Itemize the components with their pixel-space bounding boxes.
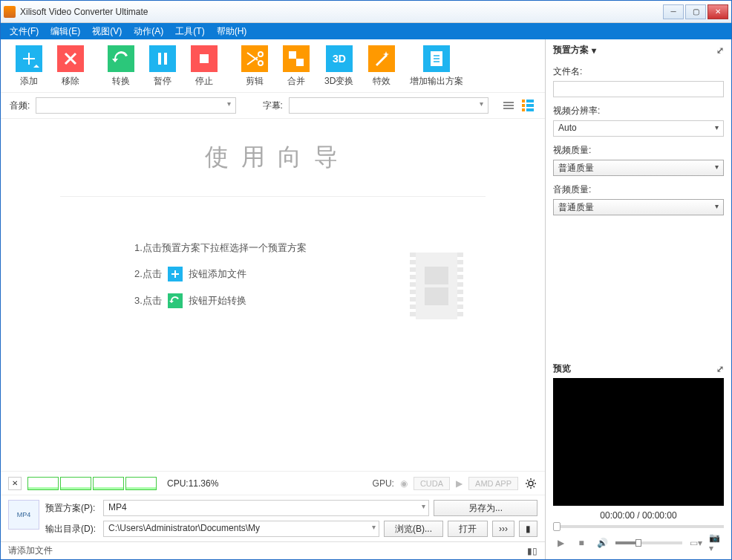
- menu-help[interactable]: 帮助(H): [211, 23, 253, 39]
- progress-slider[interactable]: [553, 525, 724, 528]
- minimize-button[interactable]: ─: [663, 4, 684, 19]
- merge-icon: [283, 45, 310, 72]
- volume-icon[interactable]: 🔊: [595, 535, 610, 550]
- resolution-dropdown[interactable]: Auto: [553, 120, 724, 137]
- nvidia-icon: ◉: [400, 478, 408, 489]
- svg-rect-24: [526, 108, 534, 111]
- dock-button[interactable]: ▮: [519, 521, 537, 537]
- window-title: Xilisoft Video Converter Ultimate: [20, 7, 663, 17]
- play-button[interactable]: ▶: [553, 535, 568, 550]
- svg-rect-22: [526, 104, 534, 107]
- statusbar: 请添加文件 ▮▯: [1, 541, 545, 559]
- close-button[interactable]: ✕: [708, 4, 728, 19]
- file-type-icon: MP4: [8, 500, 39, 530]
- svg-rect-4: [158, 53, 161, 65]
- selectors-row: 音频: 字幕:: [1, 93, 545, 119]
- right-panel: 预置方案 ▾ ⤢ 文件名: 视频分辨率: Auto 视频质量: 普通质量 音频质…: [546, 39, 731, 559]
- output-dropdown[interactable]: C:\Users\Administrator\Documents\My: [103, 521, 379, 537]
- menu-edit[interactable]: 编辑(E): [45, 23, 86, 39]
- expand-icon[interactable]: ⤢: [716, 45, 724, 56]
- toolbar: 添加 移除 转换 暂停 停止: [1, 39, 545, 93]
- threed-button[interactable]: 3D 3D变换: [317, 45, 361, 88]
- cpu-graph: [27, 477, 157, 490]
- menu-view[interactable]: 视图(V): [86, 23, 128, 39]
- svg-rect-7: [200, 54, 209, 63]
- svg-rect-12: [289, 51, 296, 59]
- grid-view-button[interactable]: [520, 97, 536, 114]
- profile-dropdown[interactable]: MP4: [103, 500, 429, 516]
- threed-icon: 3D: [326, 45, 353, 72]
- wizard-step-1: 1.点击预置方案下拉框选择一个预置方案: [134, 241, 530, 255]
- menu-action[interactable]: 动作(A): [128, 23, 169, 39]
- preview-header: 预览 ⤢: [553, 359, 724, 378]
- wizard-step-2: 2.点击 按钮添加文件: [134, 267, 530, 281]
- cut-button[interactable]: 剪辑: [234, 45, 275, 88]
- maximize-button[interactable]: ▢: [685, 4, 706, 19]
- list-view-button[interactable]: [500, 97, 517, 114]
- filename-label: 文件名:: [553, 65, 724, 78]
- snapshot-button[interactable]: 📷▾: [709, 535, 724, 550]
- svg-rect-23: [522, 108, 525, 111]
- svg-text:3D: 3D: [333, 53, 346, 65]
- chevron-down-icon[interactable]: ▾: [592, 45, 596, 56]
- stop-icon: [191, 45, 218, 72]
- menu-tools[interactable]: 工具(T): [169, 23, 210, 39]
- grid-icon: [522, 100, 534, 111]
- svg-point-27: [529, 481, 533, 486]
- profile-label: 预置方案(P):: [45, 502, 99, 515]
- amd-badge[interactable]: AMD APP: [468, 477, 518, 490]
- stop-playback-button[interactable]: ■: [574, 535, 589, 550]
- svg-rect-21: [522, 104, 525, 107]
- cuda-badge[interactable]: CUDA: [414, 477, 450, 490]
- effect-button[interactable]: 特效: [361, 45, 402, 88]
- filename-input[interactable]: [553, 81, 724, 97]
- resolution-label: 视频分辨率:: [553, 105, 724, 117]
- preview-expand-icon[interactable]: ⤢: [716, 364, 724, 374]
- audio-quality-label: 音频质量:: [553, 183, 724, 196]
- list-icon: [503, 102, 514, 109]
- svg-rect-20: [526, 100, 534, 102]
- refresh-icon: [108, 45, 134, 72]
- close-graph-button[interactable]: ✕: [8, 477, 22, 490]
- merge-button[interactable]: 合并: [275, 45, 317, 88]
- menu-file[interactable]: 文件(F): [4, 23, 45, 39]
- svg-rect-13: [296, 59, 304, 66]
- x-icon: [57, 45, 84, 72]
- layout-toggle-icon[interactable]: ▮▯: [527, 546, 537, 556]
- preset-header: 预置方案 ▾ ⤢: [546, 39, 731, 61]
- subtitle-dropdown[interactable]: [289, 97, 488, 114]
- status-message: 请添加文件: [8, 544, 53, 557]
- more-button[interactable]: ›››: [492, 521, 514, 537]
- convert-button[interactable]: 转换: [100, 45, 142, 88]
- clip-button[interactable]: ▭▾: [688, 535, 703, 550]
- titlebar: Xilisoft Video Converter Ultimate ─ ▢ ✕: [1, 1, 731, 23]
- browse-button[interactable]: 浏览(B)...: [384, 521, 443, 537]
- audio-dropdown[interactable]: [36, 97, 235, 114]
- save-as-button[interactable]: 另存为...: [434, 500, 537, 516]
- audio-quality-dropdown[interactable]: 普通质量: [553, 199, 724, 215]
- bottom-panel: MP4 预置方案(P): MP4 另存为... 输出目录(D): C:\User…: [1, 495, 545, 541]
- volume-slider[interactable]: [615, 541, 682, 544]
- svg-rect-5: [164, 53, 167, 65]
- amd-icon: ▶: [456, 478, 463, 489]
- plus-small-icon: [168, 267, 183, 281]
- video-quality-label: 视频质量:: [553, 144, 724, 157]
- output-label: 输出目录(D):: [45, 523, 99, 535]
- add-button[interactable]: 添加: [8, 45, 50, 88]
- svg-rect-3: [149, 45, 176, 72]
- gear-icon[interactable]: [524, 477, 537, 490]
- wizard-step-3: 3.点击 按钮开始转换: [134, 293, 530, 308]
- app-icon: [4, 6, 16, 18]
- pause-button[interactable]: 暂停: [142, 45, 183, 88]
- plus-icon: [16, 45, 42, 72]
- open-button[interactable]: 打开: [448, 521, 488, 537]
- content-area: 使 用 向 导 1.点击预置方案下拉框选择一个预置方案 2.点击 按钮添加文件 …: [1, 119, 545, 471]
- add-profile-button[interactable]: 增加输出方案: [402, 45, 471, 88]
- cpu-text: CPU:11.36%: [167, 478, 218, 489]
- status-row: ✕ CPU:11.36% GPU: ◉ CUDA ▶ AMD APP: [1, 471, 545, 495]
- remove-button[interactable]: 移除: [50, 45, 91, 88]
- profile-add-icon: [423, 45, 450, 72]
- video-quality-dropdown[interactable]: 普通质量: [553, 160, 724, 176]
- stop-button[interactable]: 停止: [183, 45, 225, 88]
- audio-label: 音频:: [10, 100, 30, 112]
